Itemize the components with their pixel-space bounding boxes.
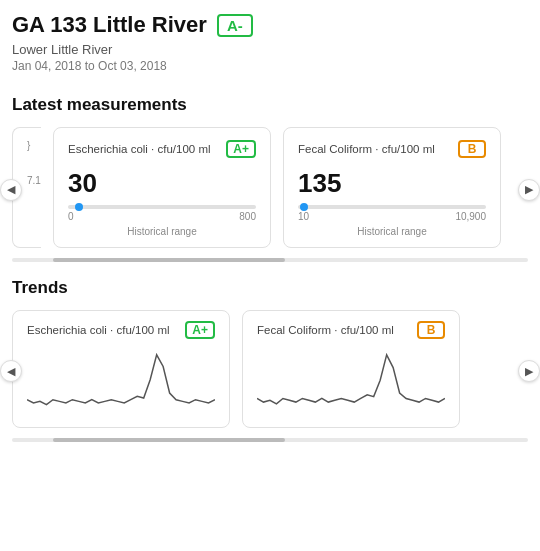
- card-header: Escherichia coli · cfu/100 ml A+: [68, 140, 256, 158]
- measurements-scrollbar: [0, 256, 540, 268]
- trend-card-grade: B: [417, 321, 445, 339]
- trends-cards-scroll[interactable]: Escherichia coli · cfu/100 ml A+ Fecal C…: [0, 306, 472, 436]
- scroll-right-measurements[interactable]: ▶: [518, 179, 540, 201]
- range-bar: 0 800: [68, 205, 256, 222]
- trend-card-label: Fecal Coliform · cfu/100 ml: [257, 324, 394, 336]
- measurement-card-1: Fecal Coliform · cfu/100 ml B 135 10 10,…: [283, 127, 501, 248]
- hist-label: Historical range: [68, 226, 256, 237]
- card-header: Fecal Coliform · cfu/100 ml B: [298, 140, 486, 158]
- card-grade: A+: [226, 140, 256, 158]
- range-min: 10: [298, 211, 309, 222]
- trend-card-grade: A+: [185, 321, 215, 339]
- card-value: 30: [68, 168, 256, 199]
- trend-card-0: Escherichia coli · cfu/100 ml A+: [12, 310, 230, 428]
- trend-sparkline: [257, 349, 445, 413]
- scroll-right-trends[interactable]: ▶: [518, 360, 540, 382]
- trend-card-label: Escherichia coli · cfu/100 ml: [27, 324, 170, 336]
- trends-section-title: Trends: [0, 268, 540, 306]
- trend-card-header: Fecal Coliform · cfu/100 ml B: [257, 321, 445, 339]
- page-grade-badge: A-: [217, 14, 253, 37]
- date-range: Jan 04, 2018 to Oct 03, 2018: [12, 59, 528, 73]
- hist-label: Historical range: [298, 226, 486, 237]
- scroll-left-trends[interactable]: ◀: [0, 360, 22, 382]
- measurements-scroll-wrapper: ◀ } 7.1 Escherichia coli · cfu/100 ml A+…: [0, 123, 540, 256]
- range-min: 0: [68, 211, 74, 222]
- trends-scroll-wrapper: ◀ Escherichia coli · cfu/100 ml A+ Fecal…: [0, 306, 540, 436]
- card-grade: B: [458, 140, 486, 158]
- trend-sparkline: [27, 349, 215, 413]
- subtitle: Lower Little River: [12, 42, 528, 57]
- range-max: 10,900: [455, 211, 486, 222]
- measurement-card-0: Escherichia coli · cfu/100 ml A+ 30 0 80…: [53, 127, 271, 248]
- latest-section-title: Latest measurements: [0, 85, 540, 123]
- trends-scrollbar: [0, 436, 540, 448]
- card-label: Escherichia coli · cfu/100 ml: [68, 143, 211, 155]
- trend-card-header: Escherichia coli · cfu/100 ml A+: [27, 321, 215, 339]
- measurements-cards-scroll[interactable]: } 7.1 Escherichia coli · cfu/100 ml A+ 3…: [0, 123, 513, 256]
- page-header: GA 133 Little River A- Lower Little Rive…: [0, 0, 540, 85]
- trend-card-1: Fecal Coliform · cfu/100 ml B: [242, 310, 460, 428]
- card-label: Fecal Coliform · cfu/100 ml: [298, 143, 435, 155]
- title-row: GA 133 Little River A-: [12, 12, 528, 38]
- scroll-left-measurements[interactable]: ◀: [0, 179, 22, 201]
- page-title: GA 133 Little River: [12, 12, 207, 38]
- card-value: 135: [298, 168, 486, 199]
- range-bar: 10 10,900: [298, 205, 486, 222]
- range-max: 800: [239, 211, 256, 222]
